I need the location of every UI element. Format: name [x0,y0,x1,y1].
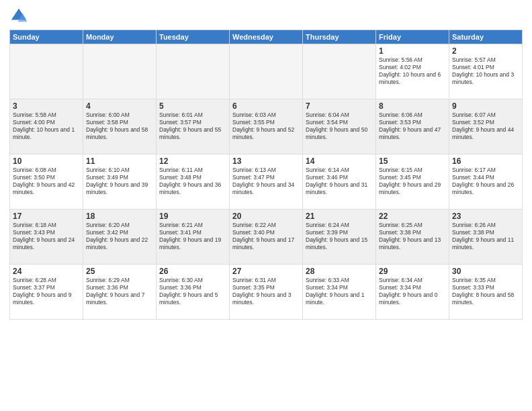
day-info: Sunrise: 6:18 AM Sunset: 3:43 PM Dayligh… [13,222,80,251]
page-container: SundayMondayTuesdayWednesdayThursdayFrid… [0,0,532,411]
calendar-week-row: 1Sunrise: 5:56 AM Sunset: 4:02 PM Daylig… [10,44,523,99]
calendar-day-cell: 30Sunrise: 6:35 AM Sunset: 3:33 PM Dayli… [449,265,523,320]
logo-icon [9,7,28,26]
day-info: Sunrise: 6:29 AM Sunset: 3:36 PM Dayligh… [86,277,153,306]
logo [9,7,31,26]
day-info: Sunrise: 6:11 AM Sunset: 3:48 PM Dayligh… [159,167,226,196]
day-number: 23 [452,212,519,221]
day-info: Sunrise: 6:21 AM Sunset: 3:41 PM Dayligh… [159,222,226,251]
calendar-week-row: 3Sunrise: 5:58 AM Sunset: 4:00 PM Daylig… [10,99,523,154]
calendar-day-cell: 20Sunrise: 6:22 AM Sunset: 3:40 PM Dayli… [230,210,303,265]
day-info: Sunrise: 6:35 AM Sunset: 3:33 PM Dayligh… [452,277,519,306]
calendar-day-cell: 14Sunrise: 6:14 AM Sunset: 3:46 PM Dayli… [303,154,376,210]
calendar-day-cell: 6Sunrise: 6:03 AM Sunset: 3:55 PM Daylig… [230,99,303,154]
calendar-day-cell: 12Sunrise: 6:11 AM Sunset: 3:48 PM Dayli… [157,154,230,210]
day-info: Sunrise: 5:57 AM Sunset: 4:01 PM Dayligh… [452,56,519,86]
calendar-day-cell: 7Sunrise: 6:04 AM Sunset: 3:54 PM Daylig… [303,99,376,154]
day-info: Sunrise: 6:24 AM Sunset: 3:39 PM Dayligh… [306,222,373,251]
calendar-day-cell: 16Sunrise: 6:17 AM Sunset: 3:44 PM Dayli… [449,154,523,210]
day-number: 12 [159,156,226,166]
calendar-header-row: SundayMondayTuesdayWednesdayThursdayFrid… [10,30,523,44]
calendar-week-row: 10Sunrise: 6:08 AM Sunset: 3:50 PM Dayli… [10,154,523,210]
calendar-day-cell [230,44,303,99]
calendar-day-cell: 3Sunrise: 5:58 AM Sunset: 4:00 PM Daylig… [10,99,83,154]
day-number: 25 [86,267,153,276]
calendar-header-saturday: Saturday [449,30,523,44]
calendar-day-cell: 27Sunrise: 6:31 AM Sunset: 3:35 PM Dayli… [230,265,303,320]
calendar-day-cell: 21Sunrise: 6:24 AM Sunset: 3:39 PM Dayli… [303,210,376,265]
day-number: 4 [86,101,153,111]
day-info: Sunrise: 6:30 AM Sunset: 3:36 PM Dayligh… [159,277,226,306]
calendar-day-cell: 2Sunrise: 5:57 AM Sunset: 4:01 PM Daylig… [449,44,523,99]
day-info: Sunrise: 6:26 AM Sunset: 3:38 PM Dayligh… [452,222,519,251]
day-info: Sunrise: 6:10 AM Sunset: 3:49 PM Dayligh… [86,167,153,196]
day-info: Sunrise: 6:03 AM Sunset: 3:55 PM Dayligh… [232,111,300,141]
day-number: 6 [232,101,300,111]
day-info: Sunrise: 6:00 AM Sunset: 3:58 PM Dayligh… [86,111,153,141]
calendar-day-cell: 15Sunrise: 6:15 AM Sunset: 3:45 PM Dayli… [376,154,449,210]
day-info: Sunrise: 6:06 AM Sunset: 3:53 PM Dayligh… [379,111,446,141]
day-number: 28 [306,267,373,276]
day-info: Sunrise: 5:56 AM Sunset: 4:02 PM Dayligh… [379,56,446,86]
calendar-table: SundayMondayTuesdayWednesdayThursdayFrid… [9,30,523,320]
calendar-header-sunday: Sunday [10,30,83,44]
calendar-day-cell: 29Sunrise: 6:34 AM Sunset: 3:34 PM Dayli… [376,265,449,320]
day-info: Sunrise: 6:25 AM Sunset: 3:38 PM Dayligh… [379,222,446,251]
day-info: Sunrise: 6:33 AM Sunset: 3:34 PM Dayligh… [306,277,373,306]
day-info: Sunrise: 6:07 AM Sunset: 3:52 PM Dayligh… [452,111,519,141]
day-number: 3 [13,101,80,111]
day-info: Sunrise: 6:17 AM Sunset: 3:44 PM Dayligh… [452,167,519,196]
day-number: 21 [306,212,373,221]
day-info: Sunrise: 6:15 AM Sunset: 3:45 PM Dayligh… [379,167,446,196]
day-info: Sunrise: 6:13 AM Sunset: 3:47 PM Dayligh… [232,167,300,196]
calendar-day-cell: 17Sunrise: 6:18 AM Sunset: 3:43 PM Dayli… [10,210,83,265]
day-number: 13 [232,156,300,166]
day-info: Sunrise: 6:31 AM Sunset: 3:35 PM Dayligh… [232,277,300,306]
day-number: 14 [306,156,373,166]
day-number: 7 [306,101,373,111]
calendar-day-cell [157,44,230,99]
calendar-header-thursday: Thursday [303,30,376,44]
calendar-day-cell: 23Sunrise: 6:26 AM Sunset: 3:38 PM Dayli… [449,210,523,265]
calendar-day-cell: 4Sunrise: 6:00 AM Sunset: 3:58 PM Daylig… [83,99,157,154]
day-number: 24 [13,267,80,276]
day-number: 10 [13,156,80,166]
calendar-day-cell: 19Sunrise: 6:21 AM Sunset: 3:41 PM Dayli… [157,210,230,265]
day-info: Sunrise: 6:20 AM Sunset: 3:42 PM Dayligh… [86,222,153,251]
day-number: 2 [452,46,519,56]
day-number: 17 [13,212,80,221]
day-number: 5 [159,101,226,111]
day-info: Sunrise: 5:58 AM Sunset: 4:00 PM Dayligh… [13,111,80,141]
calendar-day-cell: 9Sunrise: 6:07 AM Sunset: 3:52 PM Daylig… [449,99,523,154]
day-number: 9 [452,101,519,111]
header [9,7,523,26]
calendar-day-cell: 8Sunrise: 6:06 AM Sunset: 3:53 PM Daylig… [376,99,449,154]
calendar-week-row: 24Sunrise: 6:28 AM Sunset: 3:37 PM Dayli… [10,265,523,320]
calendar-day-cell: 22Sunrise: 6:25 AM Sunset: 3:38 PM Dayli… [376,210,449,265]
calendar-day-cell: 24Sunrise: 6:28 AM Sunset: 3:37 PM Dayli… [10,265,83,320]
calendar-day-cell: 10Sunrise: 6:08 AM Sunset: 3:50 PM Dayli… [10,154,83,210]
day-number: 30 [452,267,519,276]
day-number: 27 [232,267,300,276]
calendar-day-cell [303,44,376,99]
day-number: 15 [379,156,446,166]
day-number: 1 [379,46,446,56]
calendar-day-cell: 5Sunrise: 6:01 AM Sunset: 3:57 PM Daylig… [157,99,230,154]
day-number: 16 [452,156,519,166]
calendar-day-cell: 18Sunrise: 6:20 AM Sunset: 3:42 PM Dayli… [83,210,157,265]
calendar-day-cell [83,44,157,99]
day-number: 20 [232,212,300,221]
day-info: Sunrise: 6:22 AM Sunset: 3:40 PM Dayligh… [232,222,300,251]
day-number: 26 [159,267,226,276]
day-number: 11 [86,156,153,166]
day-number: 19 [159,212,226,221]
calendar-day-cell: 25Sunrise: 6:29 AM Sunset: 3:36 PM Dayli… [83,265,157,320]
calendar-day-cell: 11Sunrise: 6:10 AM Sunset: 3:49 PM Dayli… [83,154,157,210]
day-number: 8 [379,101,446,111]
day-info: Sunrise: 6:08 AM Sunset: 3:50 PM Dayligh… [13,167,80,196]
calendar-header-tuesday: Tuesday [157,30,230,44]
day-info: Sunrise: 6:04 AM Sunset: 3:54 PM Dayligh… [306,111,373,141]
day-info: Sunrise: 6:34 AM Sunset: 3:34 PM Dayligh… [379,277,446,306]
calendar-header-monday: Monday [83,30,157,44]
calendar-header-wednesday: Wednesday [230,30,303,44]
